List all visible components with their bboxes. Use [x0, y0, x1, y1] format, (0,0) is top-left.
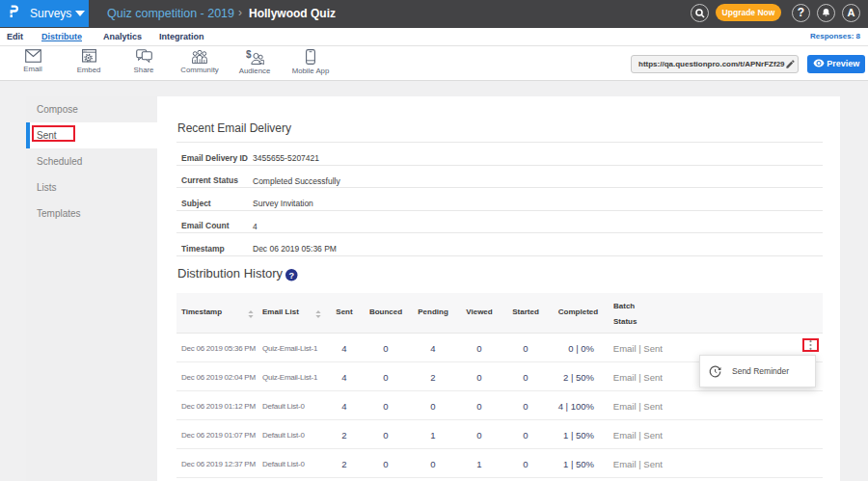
svg-text:$: $ [246, 49, 252, 60]
svg-text:?: ? [288, 271, 294, 281]
